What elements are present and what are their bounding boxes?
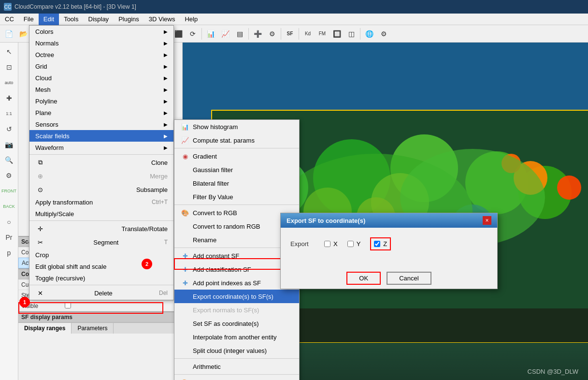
sidebar-gear[interactable]: ⚙: [2, 168, 16, 183]
z-label: Z: [383, 240, 387, 248]
menu-plane[interactable]: Plane ▶: [29, 107, 173, 118]
toolbar-btn-14[interactable]: ⚙: [377, 27, 390, 41]
z-checkbox[interactable]: [374, 241, 380, 247]
plus-icon-class: ✚: [180, 264, 190, 274]
gradient-icon: ◉: [180, 151, 190, 161]
menu-plugins[interactable]: Plugins: [114, 14, 144, 25]
menu-normals[interactable]: Normals ▶: [29, 37, 173, 49]
title-bar: CC CloudCompare v2.12 beta [64-bit] - [3…: [0, 0, 588, 14]
menu-merge: ⊕ Merge: [29, 169, 173, 183]
circle-indicator-1: 1: [19, 297, 30, 307]
sf-set-coord[interactable]: Set SF as coordinate(s): [174, 317, 299, 330]
dialog-cancel-button[interactable]: Cancel: [387, 272, 431, 285]
sf-sep-5: [174, 374, 299, 375]
menu-polyline[interactable]: Polyline ▶: [29, 95, 173, 107]
dialog-close-button[interactable]: ×: [483, 216, 491, 225]
toolbar-btn-13[interactable]: ◫: [344, 27, 358, 41]
y-checkbox[interactable]: [347, 241, 354, 247]
menu-multiply-scale[interactable]: Multiply/Scale: [29, 208, 173, 219]
menu-file[interactable]: File: [19, 14, 39, 25]
toolbar-btn-9[interactable]: ⟳: [186, 27, 200, 41]
tab-display-ranges[interactable]: Display ranges: [18, 323, 72, 334]
sidebar-zoom[interactable]: ⊡: [2, 60, 16, 74]
sf-filter-by-value[interactable]: Filter By Value: [174, 190, 299, 204]
menu-cloud[interactable]: Cloud ▶: [29, 72, 173, 84]
sidebar-camera[interactable]: 📷: [2, 137, 16, 152]
sf-bilateral-filter[interactable]: Bilateral filter: [174, 176, 299, 190]
menu-toggle-recursive[interactable]: Toggle (recursive): [29, 272, 173, 284]
menu-tools[interactable]: Tools: [59, 14, 83, 25]
sf-gradient[interactable]: ◉ Gradient: [174, 149, 299, 163]
clone-icon: ⧉: [35, 158, 45, 167]
toolbar-btn-open[interactable]: 📂: [16, 27, 30, 41]
toolbar-btn-globe[interactable]: 🌐: [362, 27, 376, 41]
menu-subsample[interactable]: ⊙ Subsample: [29, 183, 173, 196]
sf-interpolate[interactable]: Interpolate from another entity: [174, 330, 299, 344]
color-scale-visible-value: [65, 302, 179, 310]
sf-color-scales-manager[interactable]: 🎨 Color Scales Manager: [174, 376, 299, 380]
compute-stat-icon: 📈: [180, 135, 190, 145]
menu-display[interactable]: Display: [84, 14, 114, 25]
sf-export-coords[interactable]: Export coordinate(s) to SF(s): [174, 290, 299, 303]
menu-colors[interactable]: Colors ▶: [29, 26, 173, 37]
sidebar-props[interactable]: Pr: [2, 230, 16, 245]
menu-crop[interactable]: Crop: [29, 249, 173, 261]
menu-apply-transform[interactable]: Apply transformation Ctrl+T: [29, 196, 173, 208]
toolbar-btn-fm[interactable]: FM: [316, 27, 329, 41]
filter-icon: [180, 192, 190, 202]
dialog-export-label: Export: [290, 240, 315, 248]
sf-arithmetic[interactable]: Arithmetic: [174, 360, 299, 373]
sidebar-circle[interactable]: ○: [2, 215, 16, 229]
toolbar-btn-new[interactable]: 📄: [2, 27, 15, 41]
menu-clone[interactable]: ⧉ Clone: [29, 156, 173, 169]
sidebar-p[interactable]: p: [2, 246, 16, 260]
edit-dropdown-menu: Colors ▶ Normals ▶ Octree ▶ Grid ▶ Cloud…: [29, 25, 174, 300]
menu-octree[interactable]: Octree ▶: [29, 49, 173, 60]
sidebar-rotate[interactable]: ↺: [2, 122, 16, 136]
sidebar-back[interactable]: BACK: [2, 199, 16, 214]
menu-3d-views[interactable]: 3D Views: [144, 14, 180, 25]
sf-split-cloud[interactable]: Split cloud (integer values): [174, 344, 299, 357]
toolbar-btn-11[interactable]: ⚙: [265, 27, 279, 41]
toolbar-btn-plus[interactable]: ➕: [251, 27, 264, 41]
menu-cc[interactable]: CC: [0, 14, 19, 25]
menu-segment[interactable]: ✂ Segment T: [29, 235, 173, 249]
menu-edit[interactable]: Edit: [39, 14, 59, 25]
toolbar-btn-kd[interactable]: Kd: [301, 27, 315, 41]
x-checkbox[interactable]: [324, 241, 330, 247]
dialog-export-row: Export X Y Z: [290, 237, 488, 250]
toolbar-btn-12[interactable]: 🔲: [330, 27, 344, 41]
color-scale-visible-checkbox[interactable]: [65, 302, 71, 308]
dialog-ok-button[interactable]: OK: [346, 272, 381, 285]
toolbar-btn-10[interactable]: ▤: [233, 27, 246, 41]
y-checkbox-group: Y: [347, 240, 361, 248]
dialog-title-bar: Export SF to coordinate(s) ×: [281, 213, 497, 228]
menu-mesh[interactable]: Mesh ▶: [29, 84, 173, 95]
menu-scalar-fields[interactable]: Scalar fields ▶: [29, 130, 173, 142]
sidebar-search[interactable]: 🔍: [2, 153, 16, 167]
sidebar-plus[interactable]: ✚: [2, 91, 16, 105]
menu-waveform[interactable]: Waveform ▶: [29, 142, 173, 153]
sidebar-1-1[interactable]: 1:1: [2, 106, 16, 121]
sidebar-pointer[interactable]: ↖: [2, 44, 16, 59]
subsample-icon: ⊙: [35, 185, 45, 194]
display-tabs: Display ranges Parameters: [18, 322, 182, 334]
sidebar-front[interactable]: FRONT: [2, 184, 16, 198]
menu-sensors[interactable]: Sensors ▶: [29, 118, 173, 130]
menu-translate-rotate[interactable]: ✛ Translate/Rotate: [29, 222, 173, 235]
toolbar-btn-chart2[interactable]: 📈: [218, 27, 232, 41]
svg-rect-0: [183, 43, 588, 120]
dialog-buttons: OK Cancel: [281, 268, 497, 289]
menu-help[interactable]: Help: [180, 14, 202, 25]
sf-sep-4: [174, 358, 299, 359]
sf-compute-stat[interactable]: 📈 Compute stat. params: [174, 133, 299, 147]
sidebar-auto[interactable]: auto: [2, 75, 16, 90]
sf-gaussian-filter[interactable]: Gaussian filter: [174, 163, 299, 176]
menu-delete[interactable]: ✕ Delete Del: [29, 286, 173, 300]
menu-grid[interactable]: Grid ▶: [29, 60, 173, 72]
sf-show-histogram[interactable]: 📊 Show histogram: [174, 120, 299, 133]
toolbar-btn-chart[interactable]: 📊: [204, 27, 217, 41]
toolbar-btn-sf[interactable]: SF: [283, 27, 297, 41]
tab-parameters[interactable]: Parameters: [72, 323, 114, 334]
y-label: Y: [357, 240, 361, 248]
